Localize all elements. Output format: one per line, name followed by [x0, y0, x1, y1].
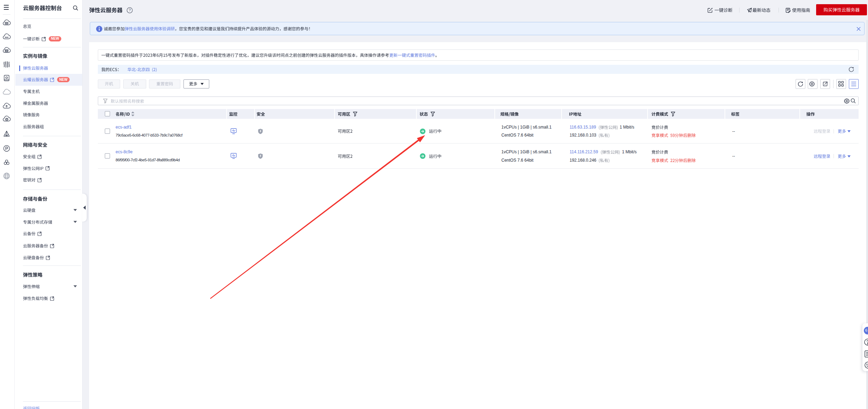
- svg-text:?: ?: [128, 8, 131, 12]
